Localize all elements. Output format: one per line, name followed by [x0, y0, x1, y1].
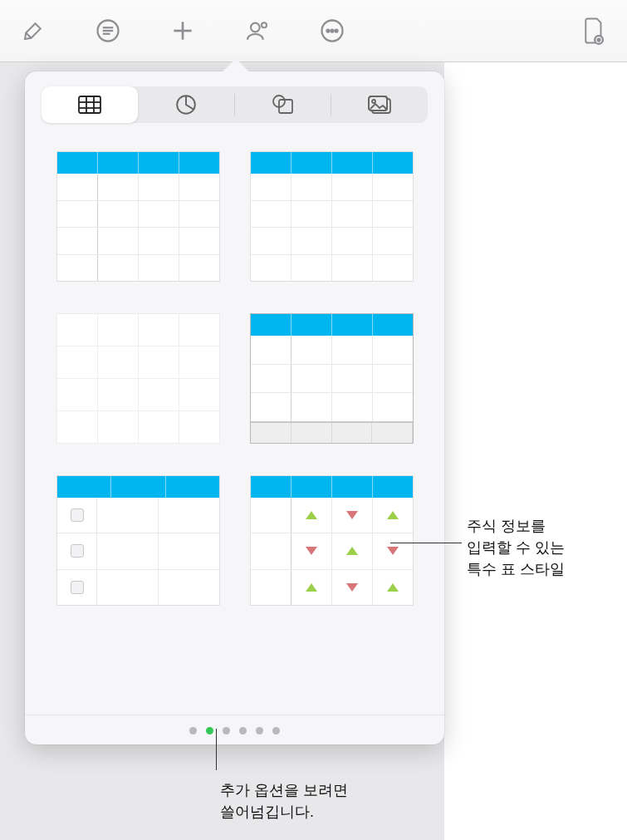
collaborate-icon: [244, 17, 271, 44]
table-style-header-firstcol[interactable]: [56, 151, 220, 282]
stock-down-icon: [306, 547, 317, 555]
table-style-header-plain[interactable]: [250, 151, 414, 282]
format-brush-icon: [21, 18, 46, 43]
shapes-tab[interactable]: [235, 86, 331, 123]
stock-up-icon: [306, 583, 317, 592]
outline-button[interactable]: [91, 14, 125, 47]
table-style-stock[interactable]: [250, 475, 414, 606]
outline-icon: [96, 18, 120, 43]
callout-swipe-hint: 추가 옵션을 보려면 쓸어넘깁니다.: [220, 779, 348, 823]
svg-point-11: [327, 30, 330, 32]
tables-tab[interactable]: [42, 86, 138, 123]
main-toolbar: [0, 0, 627, 62]
stock-up-icon: [306, 511, 317, 519]
checkbox-icon: [71, 544, 84, 558]
svg-rect-17: [79, 96, 100, 113]
page-dot[interactable]: [272, 727, 280, 734]
page-dot-active[interactable]: [206, 727, 213, 734]
stock-up-icon: [387, 511, 399, 519]
page-dot[interactable]: [223, 727, 230, 734]
stock-up-icon: [387, 583, 399, 592]
table-icon: [78, 96, 101, 114]
callout-stock-table: 주식 정보를 입력할 수 있는 특수 표 스타일: [467, 515, 565, 580]
table-style-grid: [25, 128, 444, 606]
add-button[interactable]: [166, 14, 199, 47]
svg-point-13: [336, 30, 338, 32]
document-options-button[interactable]: [577, 14, 610, 47]
insert-type-tabs: [25, 71, 444, 128]
media-tab[interactable]: [331, 86, 428, 123]
svg-point-12: [331, 30, 334, 32]
checkbox-icon: [71, 581, 84, 594]
more-button[interactable]: [316, 14, 349, 47]
pie-chart-icon: [175, 94, 197, 115]
page-dot[interactable]: [256, 727, 263, 734]
table-style-header-checkbox[interactable]: [56, 475, 220, 606]
page-indicator[interactable]: [25, 715, 444, 734]
svg-point-6: [251, 23, 260, 32]
collaborate-button[interactable]: [241, 14, 274, 47]
svg-point-16: [597, 38, 600, 41]
media-icon: [367, 95, 392, 115]
stock-down-icon: [346, 511, 358, 519]
table-style-plain-faint[interactable]: [56, 313, 220, 444]
stock-up-icon: [346, 547, 358, 555]
charts-tab[interactable]: [138, 86, 234, 123]
document-options-icon: [581, 17, 606, 45]
callout-leader-line: [390, 543, 462, 543]
more-icon: [320, 18, 345, 43]
shape-icon: [272, 94, 295, 115]
stock-down-icon: [387, 547, 399, 555]
callout-leader-line: [216, 729, 217, 770]
insert-popover: [25, 71, 444, 744]
add-icon: [169, 17, 196, 44]
table-style-header-footer[interactable]: [250, 313, 414, 444]
checkbox-icon: [71, 508, 84, 522]
format-brush-button[interactable]: [17, 14, 50, 47]
stock-grid-body: [251, 498, 413, 605]
page-dot[interactable]: [189, 727, 197, 734]
page-dot[interactable]: [239, 727, 247, 734]
stock-down-icon: [346, 583, 358, 592]
